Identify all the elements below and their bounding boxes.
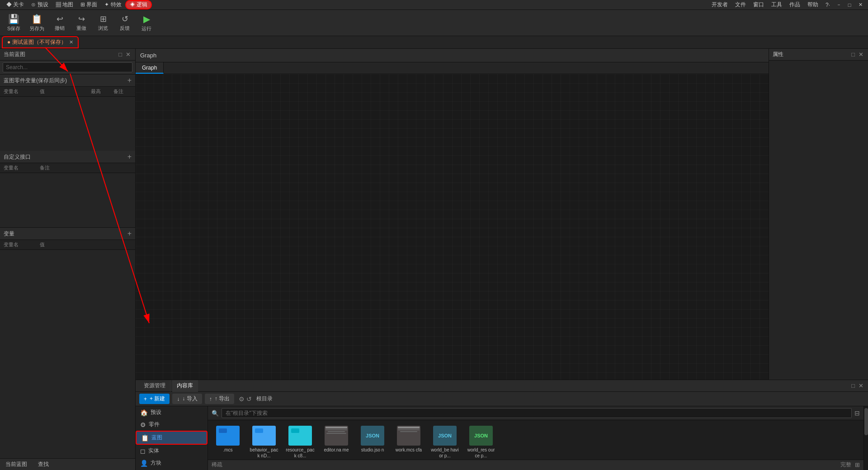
menu-tools[interactable]: 工具 xyxy=(768,1,786,9)
menu-map[interactable]: ▦ 地图 xyxy=(52,0,77,9)
content-area: 🔍 ⊟ .mcs xyxy=(208,406,863,470)
grid-view-button[interactable]: ⊞ xyxy=(855,461,860,468)
right-panel: 属性 □ ✕ xyxy=(769,49,868,380)
panel-bottom-tab-find[interactable]: 查找 xyxy=(33,459,54,470)
variables-table-header: 变量名 值 最高 备注 xyxy=(0,87,135,97)
sparse-label[interactable]: 稀疏 xyxy=(212,461,222,469)
refresh-icon[interactable]: ↺ xyxy=(246,395,252,403)
graph-canvas[interactable] xyxy=(136,74,769,380)
bottom-bar: 稀疏 完整 ⊞ xyxy=(208,460,863,470)
bottom-tabs: 资源管理 内容库 xyxy=(139,380,198,392)
variables-add-button[interactable]: + xyxy=(127,76,132,85)
resource-folder-icon xyxy=(288,426,312,446)
menu-preset[interactable]: ⊙ 预设 xyxy=(28,0,52,9)
sidebar-item-parts[interactable]: ⚙ 零件 xyxy=(136,418,208,431)
save-label: S保存 xyxy=(7,25,20,32)
save-as-button[interactable]: 📋 另存为 xyxy=(26,12,48,34)
filter-button[interactable]: ⊟ xyxy=(854,409,860,417)
menu-logic[interactable]: ◈ 逻辑 xyxy=(125,0,152,9)
file-item-behavior[interactable]: behavior_ pack nD... xyxy=(248,424,280,460)
bottom-toolbar: + + 新建 ↓ ↓ 导入 ↑ ↑ 导出 ⚙ ↺ 根目录 xyxy=(136,392,868,406)
right-panel-expand-button[interactable]: □ xyxy=(850,51,856,58)
export-button[interactable]: ↑ ↑ 导出 xyxy=(205,394,234,404)
scrollbar[interactable] xyxy=(863,406,868,470)
right-panel-close-button[interactable]: ✕ xyxy=(858,51,864,58)
parts-icon: ⚙ xyxy=(140,421,146,428)
menu-work[interactable]: 作品 xyxy=(786,1,804,9)
sidebar-item-presets[interactable]: 🏠 预设 xyxy=(136,406,208,418)
variables-section-header[interactable]: 蓝图零件变量(保存后同步) + xyxy=(0,75,135,87)
menu-effects[interactable]: ✦ 特效 xyxy=(101,0,125,9)
undo-button[interactable]: ↩ 撤销 xyxy=(50,12,70,34)
bottom-panel-header: 资源管理 内容库 □ ✕ xyxy=(136,380,868,392)
panel-bottom-tab-current[interactable]: 当前蓝图 xyxy=(0,459,33,470)
local-vars-add-button[interactable]: + xyxy=(127,230,132,238)
file-grid: .mcs behavior_ pack nD... xyxy=(208,420,863,460)
menu-help2[interactable]: ?· xyxy=(822,2,834,8)
new-button[interactable]: + + 新建 xyxy=(139,394,170,404)
content-sidebar: 🏠 预设 ⚙ 零件 📋 蓝图 ◻ 实体 xyxy=(136,406,208,470)
menu-help[interactable]: 帮助 xyxy=(804,1,822,9)
bottom-panel-controls: □ ✕ xyxy=(850,382,864,389)
custom-interface-add-button[interactable]: + xyxy=(127,153,132,161)
menu-level[interactable]: ◆ 关卡 xyxy=(3,0,28,9)
custom-interface-section-header[interactable]: 自定义接口 + xyxy=(0,151,135,163)
world-behavior-icon: JSON xyxy=(433,426,457,446)
file-item-studio[interactable]: JSON studio.jso n xyxy=(356,424,389,455)
sidebar-item-entities[interactable]: ◻ 实体 xyxy=(136,445,208,457)
redo-label: 重做 xyxy=(76,25,86,32)
search-input[interactable] xyxy=(3,62,132,72)
bottom-panel-expand-button[interactable]: □ xyxy=(850,382,856,389)
behavior-folder-icon xyxy=(252,426,276,446)
panel-close-button[interactable]: ✕ xyxy=(125,51,132,58)
custom-interface-table-header: 变量名 备注 xyxy=(0,163,135,173)
complete-label[interactable]: 完整 xyxy=(840,461,851,469)
graph-tab-graph[interactable]: Graph xyxy=(136,62,164,74)
mcs-file-name: .mcs xyxy=(223,447,232,453)
browse-button[interactable]: ⊞ 浏览 xyxy=(93,12,113,34)
file-item-world-behavior[interactable]: JSON world_be havior p... xyxy=(429,424,461,460)
feedback-button[interactable]: ↺ 反馈 xyxy=(115,12,135,34)
file-item-resource[interactable]: resource_ pack c8... xyxy=(284,424,316,460)
panel-controls: □ ✕ xyxy=(118,51,132,58)
menu-interface[interactable]: ⊞ 界面 xyxy=(77,0,101,9)
panel-expand-button[interactable]: □ xyxy=(118,51,123,58)
scrollbar-thumb[interactable] xyxy=(864,408,868,435)
tab-content-library[interactable]: 内容库 xyxy=(172,380,198,392)
sidebar-item-blueprints[interactable]: 📋 蓝图 xyxy=(136,431,208,445)
ci-col-note: 备注 xyxy=(40,164,132,171)
file-item-mcs[interactable]: .mcs xyxy=(212,424,244,455)
local-vars-section-header[interactable]: 变量 + xyxy=(0,227,135,240)
redo-button[interactable]: ↪ 重做 xyxy=(71,12,91,34)
menu-file[interactable]: 文件 xyxy=(731,1,750,9)
close-button[interactable]: ✕ xyxy=(855,0,865,10)
tab-resource-manager[interactable]: 资源管理 xyxy=(139,380,170,392)
bottom-panel-close-button[interactable]: ✕ xyxy=(858,382,864,389)
export-label: ↑ 导出 xyxy=(215,395,230,403)
run-icon: ▶ xyxy=(143,14,150,24)
settings-icon[interactable]: ⚙ xyxy=(239,395,245,403)
menu-window[interactable]: 窗口 xyxy=(750,1,768,9)
save-button[interactable]: 💾 S保存 xyxy=(4,12,24,34)
entities-label: 实体 xyxy=(148,447,159,455)
sidebar-item-blocks[interactable]: 👤 方块 xyxy=(136,457,208,469)
content-search-input[interactable] xyxy=(222,408,852,418)
mcs-folder-icon xyxy=(216,426,240,446)
import-button[interactable]: ↓ ↓ 导入 xyxy=(172,394,202,404)
new-icon: + xyxy=(144,396,147,402)
tab-close-button[interactable]: ✕ xyxy=(69,40,73,45)
menu-developer[interactable]: 开发者 xyxy=(708,1,731,9)
file-item-work[interactable]: work.mcs cfa xyxy=(392,424,425,455)
run-button[interactable]: ▶ 运行 xyxy=(137,12,156,34)
restore-button[interactable]: □ xyxy=(844,0,854,10)
file-item-editor[interactable]: editor.na me xyxy=(320,424,353,455)
tab-test-blueprint[interactable]: ● 测试蓝图（不可保存） ✕ xyxy=(2,36,79,48)
file-item-world-resource[interactable]: JSON world_res ource p... xyxy=(465,424,497,460)
main-layout: 当前蓝图 □ ✕ 蓝图零件变量(保存后同步) + 变量名 值 最高 备注 自定义… xyxy=(0,49,868,470)
graph-header: Graph xyxy=(136,49,769,62)
left-panel-header: 当前蓝图 □ ✕ xyxy=(0,49,135,61)
minimize-button[interactable]: － xyxy=(834,0,844,10)
search-icon: 🔍 xyxy=(212,410,219,417)
browse-icon: ⊞ xyxy=(100,14,107,24)
undo-label: 撤销 xyxy=(55,25,65,32)
